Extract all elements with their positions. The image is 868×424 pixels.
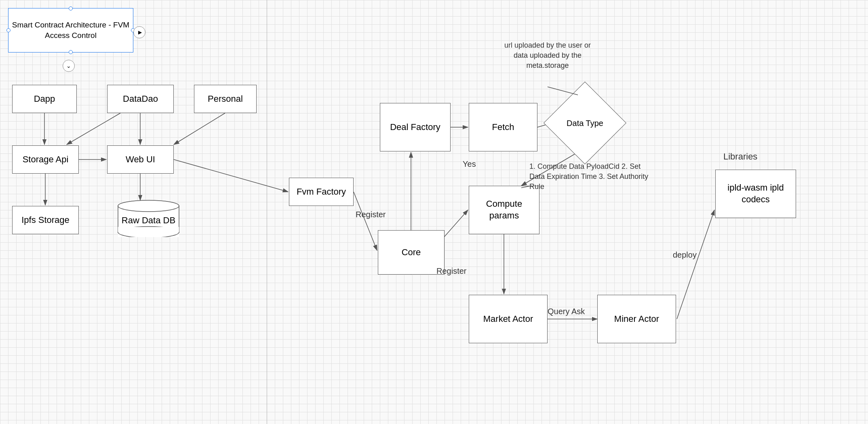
- yes-label: Yes: [463, 160, 476, 169]
- fvm-factory-box[interactable]: Fvm Factory: [289, 178, 354, 206]
- svg-line-17: [67, 113, 120, 145]
- storage-api-label: Storage Api: [23, 154, 69, 166]
- diagram-canvas: Smart Contract Architecture - FVM Access…: [0, 0, 868, 424]
- core-box[interactable]: Core: [378, 230, 445, 275]
- compute-params-box[interactable]: Compute params: [469, 186, 539, 234]
- miner-actor-label: Miner Actor: [614, 313, 659, 325]
- datadao-label: DataDao: [123, 93, 158, 105]
- svg-line-3: [174, 113, 225, 145]
- expand-button[interactable]: ⌄: [63, 60, 75, 72]
- ipld-wasm-box[interactable]: ipld-wasm ipld codecs: [715, 170, 796, 218]
- svg-line-16: [677, 210, 714, 319]
- expand-icon: ⌄: [66, 63, 71, 69]
- web-ui-box[interactable]: Web UI: [107, 145, 174, 174]
- core-label: Core: [402, 247, 421, 258]
- svg-line-6: [174, 160, 288, 192]
- handle-top[interactable]: [69, 6, 73, 10]
- personal-label: Personal: [208, 93, 243, 105]
- miner-actor-box[interactable]: Miner Actor: [597, 295, 676, 343]
- compute-note-text: 1. Compute Data PyloadCid 2. Set Data Ex…: [529, 162, 655, 192]
- ipld-wasm-label: ipld-wasm ipld codecs: [719, 182, 792, 205]
- handle-left[interactable]: [6, 28, 11, 32]
- deal-factory-box[interactable]: Deal Factory: [380, 103, 451, 151]
- handle-bottom[interactable]: [69, 50, 73, 54]
- deal-factory-label: Deal Factory: [390, 122, 440, 133]
- divider: [267, 0, 267, 424]
- register1-label: Register: [356, 210, 386, 219]
- title-box[interactable]: Smart Contract Architecture - FVM Access…: [8, 8, 133, 52]
- fetch-box[interactable]: Fetch: [469, 103, 537, 151]
- market-actor-box[interactable]: Market Actor: [469, 295, 548, 343]
- title-text: Smart Contract Architecture - FVM Access…: [12, 20, 129, 40]
- query-ask-label: Query Ask: [548, 307, 585, 316]
- fvm-factory-label: Fvm Factory: [297, 186, 346, 198]
- compute-params-label: Compute params: [472, 198, 536, 221]
- dapp-label: Dapp: [34, 93, 55, 105]
- datadao-box[interactable]: DataDao: [107, 85, 174, 113]
- libraries-label: Libraries: [723, 151, 757, 162]
- register2-label: Register: [436, 267, 466, 276]
- svg-rect-21: [118, 227, 179, 237]
- play-icon: ▶: [138, 29, 142, 35]
- note-text: url uploaded by the user or data uploade…: [503, 40, 592, 71]
- ipfs-storage-box[interactable]: Ipfs Storage: [12, 206, 79, 234]
- svg-line-8: [354, 192, 377, 250]
- fetch-label: Fetch: [492, 122, 514, 133]
- svg-point-19: [118, 200, 179, 212]
- data-type-diamond[interactable]: Data Type: [556, 94, 614, 152]
- raw-data-db-label: Raw Data DB: [122, 215, 175, 226]
- play-button[interactable]: ▶: [133, 26, 145, 38]
- raw-data-db-box[interactable]: Raw Data DB: [117, 199, 180, 237]
- dapp-box[interactable]: Dapp: [12, 85, 77, 113]
- data-type-label: Data Type: [567, 118, 603, 128]
- ipfs-storage-label: Ipfs Storage: [21, 214, 70, 226]
- web-ui-label: Web UI: [126, 154, 155, 166]
- storage-api-box[interactable]: Storage Api: [12, 145, 79, 174]
- personal-box[interactable]: Personal: [194, 85, 257, 113]
- market-actor-label: Market Actor: [483, 313, 533, 325]
- deploy-label: deploy: [673, 250, 697, 260]
